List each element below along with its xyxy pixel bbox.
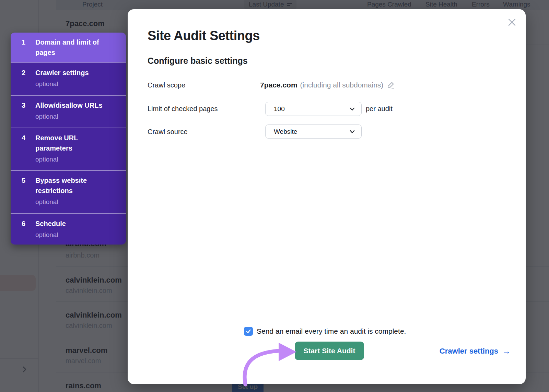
step-item-2[interactable]: 2Crawler settingsoptional xyxy=(11,62,126,95)
site-audit-settings-modal: Site Audit Settings Configure basic sett… xyxy=(128,9,526,384)
step-label: Allow/disallow URLs xyxy=(35,100,104,110)
limit-label: Limit of checked pages xyxy=(148,102,218,116)
step-optional-label: optional xyxy=(35,155,120,164)
close-icon[interactable] xyxy=(505,15,519,29)
step-optional-label: optional xyxy=(35,198,120,206)
screen: ProjectLast UpdatePages CrawledSite Heal… xyxy=(0,0,549,392)
step-label: Schedule xyxy=(35,218,104,229)
right-arrow-icon: → xyxy=(502,346,511,356)
edit-pencil-icon[interactable] xyxy=(387,81,395,89)
step-item-5[interactable]: 5Bypass website restrictionsoptional xyxy=(11,170,126,213)
step-number: 3 xyxy=(22,100,25,110)
step-optional-label: optional xyxy=(35,112,120,121)
chevron-down-icon xyxy=(349,129,355,134)
crawler-settings-link-label: Crawler settings xyxy=(440,347,498,356)
step-optional-label: optional xyxy=(35,80,120,88)
step-item-3[interactable]: 3Allow/disallow URLsoptional xyxy=(11,95,126,128)
step-optional-label: optional xyxy=(35,230,120,239)
crawl-scope-label: Crawl scope xyxy=(148,78,185,92)
crawl-source-row: Crawl source Website xyxy=(148,124,508,139)
chevron-down-icon xyxy=(349,106,355,112)
crawler-settings-link[interactable]: Crawler settings → xyxy=(440,346,511,356)
crawl-scope-note: (including all subdomains) xyxy=(300,78,384,92)
crawl-scope-row: Crawl scope 7pace.com (including all sub… xyxy=(148,78,508,92)
checkmark-icon xyxy=(245,328,252,334)
step-item-4[interactable]: 4Remove URL parametersoptional xyxy=(11,128,126,170)
step-item-6[interactable]: 6Scheduleoptional xyxy=(11,213,126,245)
step-item-1[interactable]: 1Domain and limit of pages xyxy=(11,33,126,62)
per-audit-label: per audit xyxy=(366,102,393,116)
step-label: Crawler settings xyxy=(35,68,104,78)
start-site-audit-button[interactable]: Start Site Audit xyxy=(295,342,364,360)
section-title: Configure basic settings xyxy=(148,56,248,66)
crawl-source-select[interactable]: Website xyxy=(265,124,362,139)
email-checkbox[interactable] xyxy=(244,327,253,336)
email-checkbox-label: Send an email every time an audit is com… xyxy=(257,327,406,335)
step-number: 2 xyxy=(22,68,25,78)
step-number: 6 xyxy=(22,218,25,229)
crawl-source-select-value: Website xyxy=(274,128,349,135)
limit-select-value: 100 xyxy=(274,105,349,113)
crawl-source-label: Crawl source xyxy=(148,124,188,139)
crawl-scope-domain: 7pace.com xyxy=(260,78,297,92)
email-checkbox-row: Send an email every time an audit is com… xyxy=(244,327,406,336)
step-label: Bypass website restrictions xyxy=(35,175,104,196)
crawl-scope-value: 7pace.com (including all subdomains) xyxy=(260,78,395,92)
step-number: 5 xyxy=(22,175,25,186)
step-label: Remove URL parameters xyxy=(35,133,104,153)
step-label: Domain and limit of pages xyxy=(35,37,104,58)
modal-title: Site Audit Settings xyxy=(148,28,260,43)
steps-panel: 1Domain and limit of pages2Crawler setti… xyxy=(11,33,126,245)
limit-select[interactable]: 100 xyxy=(265,102,362,116)
step-number: 1 xyxy=(22,37,25,47)
limit-row: Limit of checked pages 100 per audit xyxy=(148,102,508,116)
step-number: 4 xyxy=(22,133,25,143)
